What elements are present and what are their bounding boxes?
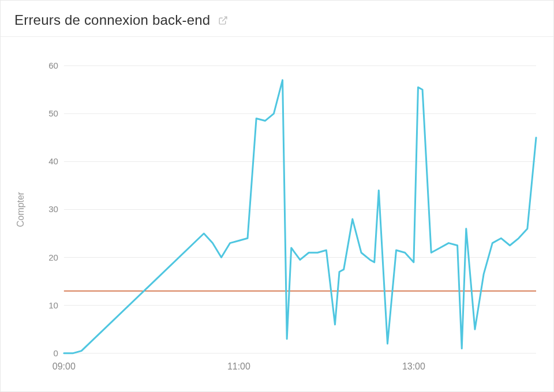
y-tick-label: 40	[48, 156, 58, 166]
y-tick-labels: 0102030405060	[48, 61, 58, 358]
y-gridlines	[64, 66, 536, 353]
chart-svg[interactable]: Compter 0102030405060 09:0011:0013:00	[12, 54, 542, 382]
y-tick-label: 50	[48, 108, 58, 118]
y-axis-label-group: Compter	[16, 191, 25, 227]
external-link-icon[interactable]	[218, 16, 228, 25]
y-axis-label: Compter	[16, 191, 25, 227]
y-tick-label: 60	[48, 61, 58, 70]
data-line	[64, 80, 536, 353]
card-header: Erreurs de connexion back-end	[1, 1, 553, 37]
chart-card: Erreurs de connexion back-end Compter 01…	[0, 0, 554, 392]
x-tick-label: 11:00	[227, 361, 250, 371]
svg-line-0	[222, 17, 227, 21]
x-tick-label: 13:00	[402, 361, 425, 371]
y-tick-label: 10	[48, 300, 58, 310]
x-tick-labels: 09:0011:0013:00	[53, 361, 425, 371]
y-tick-label: 0	[54, 348, 58, 358]
x-tick-label: 09:00	[53, 361, 76, 371]
y-tick-label: 20	[48, 252, 58, 262]
chart-title: Erreurs de connexion back-end	[14, 12, 210, 28]
chart-plot-area: Compter 0102030405060 09:0011:0013:00	[1, 37, 553, 392]
y-tick-label: 30	[48, 204, 58, 214]
